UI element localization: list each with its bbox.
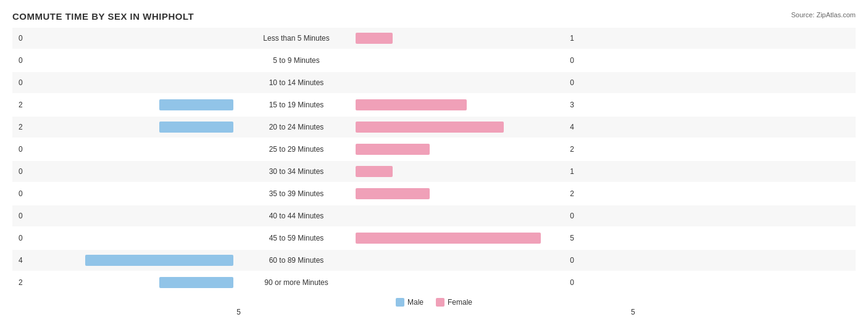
row-label: 5 to 9 Minutes <box>241 56 352 65</box>
bar-row: 025 to 29 Minutes2 <box>12 139 856 160</box>
left-section: 0 <box>12 72 241 93</box>
bar-row: 045 to 59 Minutes5 <box>12 228 856 249</box>
right-section: 0 <box>352 205 580 226</box>
bar-row: 040 to 44 Minutes0 <box>12 205 856 226</box>
left-section: 0 <box>12 28 241 49</box>
left-section: 0 <box>12 139 241 160</box>
female-bar <box>356 144 430 155</box>
male-value: 0 <box>19 167 23 176</box>
female-value: 0 <box>570 56 574 65</box>
right-section: 1 <box>352 28 580 49</box>
right-section: 0 <box>352 50 580 71</box>
female-bar <box>356 122 504 133</box>
bar-row: 290 or more Minutes0 <box>12 272 856 293</box>
right-section: 0 <box>352 272 580 293</box>
legend-female: Female <box>436 298 472 307</box>
female-value: 0 <box>570 278 574 287</box>
male-bar <box>159 277 233 288</box>
source-label: Source: ZipAtlas.com <box>791 11 856 19</box>
right-section: 0 <box>352 250 580 271</box>
male-value: 2 <box>19 123 23 131</box>
female-bar <box>356 166 393 177</box>
row-label: 30 to 34 Minutes <box>241 167 352 176</box>
male-value: 0 <box>19 56 23 65</box>
male-value: 0 <box>19 34 23 43</box>
right-section: 0 <box>352 72 580 93</box>
female-legend-label: Female <box>448 298 472 307</box>
chart-title: COMMUTE TIME BY SEX IN WHIPHOLT <box>12 11 856 22</box>
right-section: 5 <box>352 228 580 249</box>
bar-row: 460 to 89 Minutes0 <box>12 250 856 271</box>
bar-row: 05 to 9 Minutes0 <box>12 50 856 71</box>
chart-area: 0Less than 5 Minutes105 to 9 Minutes0010… <box>12 28 856 293</box>
row-label: 20 to 24 Minutes <box>241 123 352 131</box>
female-legend-box <box>436 298 444 307</box>
axis-right-label: 5 <box>627 308 856 316</box>
row-label: 60 to 89 Minutes <box>241 256 352 265</box>
right-section: 1 <box>352 161 580 182</box>
right-section: 4 <box>352 117 580 138</box>
row-label: 25 to 29 Minutes <box>241 145 352 154</box>
male-bar <box>159 122 233 133</box>
bar-row: 220 to 24 Minutes4 <box>12 117 856 138</box>
chart-container: COMMUTE TIME BY SEX IN WHIPHOLT Source: … <box>0 0 868 322</box>
axis-left-label: 5 <box>12 308 241 316</box>
left-section: 0 <box>12 50 241 71</box>
left-section: 0 <box>12 228 241 249</box>
female-bar <box>356 188 430 199</box>
row-label: 15 to 19 Minutes <box>241 101 352 109</box>
left-section: 0 <box>12 161 241 182</box>
legend: Male Female <box>12 298 856 307</box>
female-bar <box>356 33 393 44</box>
female-value: 0 <box>570 256 574 265</box>
row-label: Less than 5 Minutes <box>241 34 352 43</box>
female-value: 1 <box>570 34 574 43</box>
male-legend-box <box>396 298 404 307</box>
female-value: 2 <box>570 145 574 154</box>
male-value: 0 <box>19 145 23 154</box>
bar-row: 0Less than 5 Minutes1 <box>12 28 856 49</box>
male-legend-label: Male <box>407 298 424 307</box>
female-value: 0 <box>570 78 574 87</box>
legend-male: Male <box>396 298 424 307</box>
bar-row: 010 to 14 Minutes0 <box>12 72 856 93</box>
bar-row: 030 to 34 Minutes1 <box>12 161 856 182</box>
right-section: 2 <box>352 139 580 160</box>
left-section: 0 <box>12 205 241 226</box>
male-bar <box>159 99 233 110</box>
female-value: 4 <box>570 123 574 131</box>
female-value: 2 <box>570 189 574 198</box>
male-value: 0 <box>19 78 23 87</box>
female-value: 0 <box>570 212 574 220</box>
row-label: 45 to 59 Minutes <box>241 234 352 242</box>
left-section: 2 <box>12 94 241 115</box>
female-bar <box>356 99 467 110</box>
left-section: 0 <box>12 183 241 204</box>
female-value: 1 <box>570 167 574 176</box>
female-value: 3 <box>570 101 574 109</box>
male-value: 0 <box>19 234 23 242</box>
male-value: 0 <box>19 189 23 198</box>
left-section: 2 <box>12 117 241 138</box>
bar-row: 035 to 39 Minutes2 <box>12 183 856 204</box>
row-label: 10 to 14 Minutes <box>241 78 352 87</box>
row-label: 35 to 39 Minutes <box>241 189 352 198</box>
female-bar <box>356 233 541 244</box>
right-section: 3 <box>352 94 580 115</box>
bar-row: 215 to 19 Minutes3 <box>12 94 856 115</box>
male-value: 2 <box>19 101 23 109</box>
left-section: 4 <box>12 250 241 271</box>
male-value: 0 <box>19 212 23 220</box>
male-value: 2 <box>19 278 23 287</box>
male-value: 4 <box>19 256 23 265</box>
row-label: 40 to 44 Minutes <box>241 212 352 220</box>
left-section: 2 <box>12 272 241 293</box>
right-section: 2 <box>352 183 580 204</box>
row-label: 90 or more Minutes <box>241 278 352 287</box>
female-value: 5 <box>570 234 574 242</box>
male-bar <box>85 255 233 266</box>
